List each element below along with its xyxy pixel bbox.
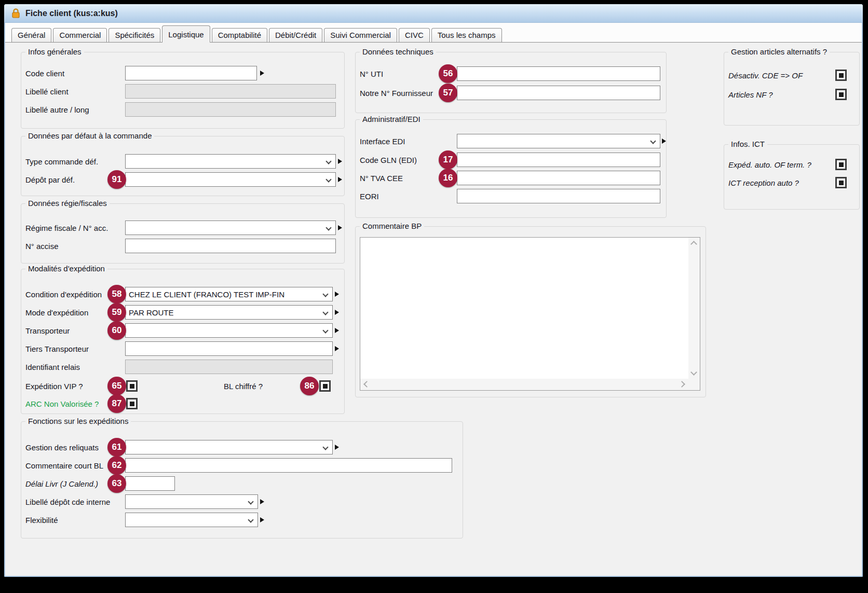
libelle-client-label: Libellé client — [25, 87, 69, 96]
tab-civc[interactable]: CIVC — [399, 28, 430, 42]
detail-arrow-icon[interactable] — [338, 225, 342, 230]
bl-chiffre-checkbox[interactable] — [319, 380, 331, 392]
detail-arrow-icon[interactable] — [335, 328, 339, 333]
type-commande-select[interactable] — [125, 154, 336, 169]
code-client-label: Code client — [25, 69, 64, 78]
detail-arrow-icon[interactable] — [662, 139, 666, 144]
group-articles-alternatifs: Gestion articles alternatifs ? Désactiv.… — [724, 52, 860, 126]
transporteur-select[interactable] — [125, 323, 333, 338]
regime-fiscale-select[interactable] — [125, 220, 336, 235]
depot-defaut-label: Dépôt par déf. — [25, 175, 75, 184]
group-title: Infos. ICT — [728, 140, 767, 148]
commentaire-court-bl-input[interactable] — [125, 458, 452, 473]
scroll-left-icon[interactable] — [363, 381, 370, 388]
field-badge: 61 — [107, 438, 126, 457]
group-commentaire-bp: Commentaire BP — [355, 226, 706, 397]
desactiv-cde-of-checkbox[interactable] — [835, 70, 847, 81]
tiers-transporteur-input[interactable] — [125, 341, 333, 356]
scroll-down-icon[interactable] — [690, 369, 697, 376]
chevron-down-icon — [322, 291, 328, 297]
articles-nf-checkbox[interactable] — [835, 89, 847, 100]
group-title: Commentaire BP — [360, 222, 424, 230]
tab-tous-les-champs[interactable]: Tous les champs — [431, 28, 502, 42]
detail-arrow-icon[interactable] — [260, 71, 264, 76]
horizontal-scrollbar[interactable] — [360, 379, 688, 390]
detail-arrow-icon[interactable] — [335, 346, 339, 351]
n-tva-cee-label: N° TVA CEE — [360, 174, 403, 183]
window-title: Fiche client (kus:a:kus) — [25, 9, 118, 18]
group-donnees-defaut: Données par défaut à la commande Type co… — [21, 136, 345, 196]
field-badge: 86 — [300, 377, 319, 395]
desactiv-cde-of-label: Désactiv. CDE => OF — [728, 71, 803, 80]
ict-reception-auto-label: ICT reception auto ? — [728, 178, 799, 187]
libelle-autre-label: Libellé autre / long — [25, 105, 89, 114]
depot-defaut-select[interactable] — [125, 172, 336, 187]
group-title: Gestion articles alternatifs ? — [728, 47, 830, 56]
commentaire-bp-textarea[interactable] — [360, 238, 688, 379]
scroll-up-icon[interactable] — [690, 241, 697, 247]
regime-fiscale-label: Régime fiscale / N° acc. — [25, 224, 108, 232]
group-infos-generales: Infos générales Code client Libellé clie… — [21, 52, 345, 129]
scroll-right-icon[interactable] — [679, 381, 685, 388]
flexibilite-select[interactable] — [125, 513, 258, 527]
detail-arrow-icon[interactable] — [338, 177, 342, 182]
ict-reception-auto-checkbox[interactable] — [835, 177, 847, 188]
notre-n-fournisseur-input[interactable] — [457, 86, 660, 100]
vertical-scrollbar[interactable] — [688, 238, 700, 379]
gestion-reliquats-label: Gestion des reliquats — [25, 443, 99, 452]
tab-commercial[interactable]: Commercial — [53, 28, 107, 42]
group-title: Modalités d'expédition — [25, 264, 107, 273]
tab-debit-credit[interactable]: Débit/Crédit — [269, 28, 322, 42]
gestion-reliquats-select[interactable] — [125, 440, 333, 454]
chevron-down-icon — [650, 138, 656, 144]
titlebar: Fiche client (kus:a:kus) — [4, 4, 863, 23]
lock-icon — [11, 8, 20, 19]
detail-arrow-icon[interactable] — [260, 517, 264, 522]
exped-auto-of-checkbox[interactable] — [835, 159, 847, 170]
n-tva-cee-input[interactable] — [457, 171, 660, 185]
field-badge: 56 — [439, 64, 457, 83]
group-title: Fonctions sur les expéditions — [25, 417, 131, 425]
group-fonctions-expeditions: Fonctions sur les expéditions Gestion de… — [21, 421, 463, 539]
expedition-vip-checkbox[interactable] — [126, 380, 138, 392]
chevron-down-icon — [326, 158, 331, 164]
tiers-transporteur-label: Tiers Transporteur — [25, 344, 89, 353]
tab-suivi-commercial[interactable]: Suivi Commercial — [324, 28, 397, 42]
field-badge: 59 — [107, 303, 126, 322]
field-badge: 60 — [107, 321, 126, 340]
arc-non-valorisee-checkbox[interactable] — [126, 398, 138, 409]
delai-livr-label: Délai Livr (J Calend.) — [25, 479, 98, 488]
chevron-down-icon — [322, 444, 328, 450]
detail-arrow-icon[interactable] — [335, 292, 339, 297]
mode-expedition-select[interactable]: PAR ROUTE — [125, 305, 333, 320]
chevron-down-icon — [248, 517, 253, 522]
screen: Fiche client (kus:a:kus) Général Commerc… — [0, 0, 868, 593]
code-gln-input[interactable] — [457, 153, 660, 167]
condition-expedition-select[interactable]: CHEZ LE CLIENT (FRANCO) TEST IMP-FIN — [125, 287, 333, 301]
libelle-depot-cde-select[interactable] — [125, 494, 258, 509]
interface-edi-select[interactable] — [457, 134, 660, 148]
delai-livr-input[interactable] — [125, 476, 175, 491]
tab-comptabilite[interactable]: Comptabilité — [212, 28, 267, 42]
tab-general[interactable]: Général — [11, 28, 51, 42]
transporteur-label: Transporteur — [25, 326, 70, 335]
code-client-input[interactable] — [125, 66, 257, 80]
detail-arrow-icon[interactable] — [338, 159, 342, 164]
type-commande-label: Type commande déf. — [25, 157, 98, 166]
group-regie-fiscales: Données régie/fiscales Régime fiscale / … — [21, 203, 345, 264]
commentaire-bp-scrollbox — [360, 237, 700, 391]
n-accise-input[interactable] — [125, 239, 336, 253]
field-badge: 91 — [107, 170, 126, 189]
detail-arrow-icon[interactable] — [335, 310, 339, 315]
tab-logistique[interactable]: Logistique — [162, 25, 210, 43]
tab-specificites[interactable]: Spécificités — [108, 28, 160, 42]
n-uti-label: N° UTI — [360, 70, 383, 78]
bl-chiffre-label: BL chiffré ? — [224, 382, 263, 391]
detail-arrow-icon[interactable] — [335, 445, 339, 450]
detail-arrow-icon[interactable] — [260, 499, 264, 504]
chevron-down-icon — [322, 327, 328, 333]
eori-input[interactable] — [457, 189, 660, 203]
field-badge: 87 — [107, 394, 126, 413]
n-uti-input[interactable] — [457, 66, 660, 81]
chevron-down-icon — [248, 499, 253, 504]
